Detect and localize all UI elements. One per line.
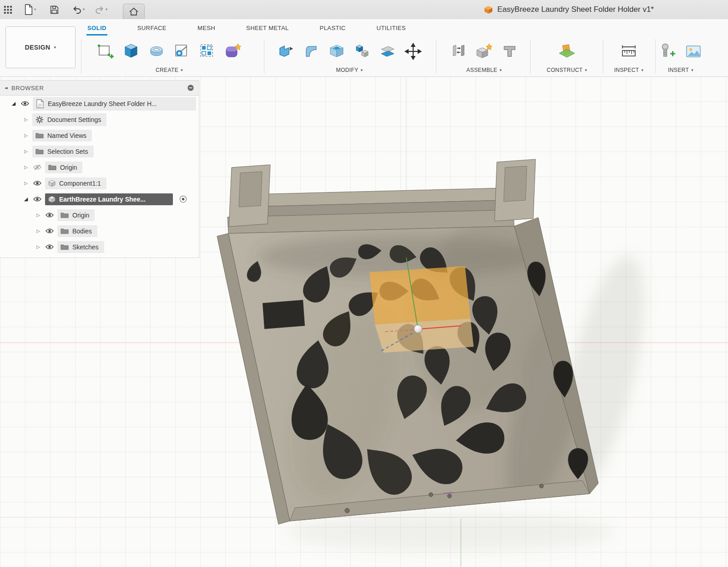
visibility-eye-icon[interactable] <box>32 196 42 202</box>
visibility-eye-icon[interactable] <box>45 244 55 250</box>
sweep-button[interactable] <box>170 39 194 64</box>
app-grid-menu-button[interactable] <box>0 3 16 17</box>
move-copy-button[interactable] <box>401 39 425 64</box>
browser-item[interactable]: Named Views <box>32 130 92 142</box>
expand-arrow-icon[interactable]: ◢ <box>22 196 30 202</box>
group-create: CREATE ▾ <box>85 38 254 75</box>
visibility-eye-icon[interactable] <box>45 228 55 234</box>
save-button[interactable] <box>46 2 63 17</box>
new-component-button[interactable] <box>472 39 496 64</box>
home-icon <box>129 7 139 17</box>
joint-button[interactable] <box>447 39 470 64</box>
shell-button[interactable] <box>325 39 349 64</box>
modify-group-label[interactable]: MODIFY ▾ <box>336 66 363 75</box>
group-label-text: INSERT <box>668 67 689 73</box>
create-form-button[interactable] <box>221 39 245 64</box>
create-sketch-button[interactable] <box>94 39 117 64</box>
home-view-tab[interactable] <box>123 4 145 20</box>
pattern-button[interactable] <box>196 39 219 64</box>
insert-canvas-button[interactable] <box>682 39 705 64</box>
browser-panel-title: BROWSER <box>11 85 182 91</box>
offset-plane-button[interactable] <box>376 39 399 64</box>
visibility-eye-off-icon[interactable] <box>32 164 42 170</box>
expand-arrow-icon[interactable]: ▷ <box>22 133 30 138</box>
combine-icon <box>353 42 371 61</box>
expand-arrow-icon[interactable]: ▷ <box>22 181 30 186</box>
browser-row-sketches[interactable]: ▷ Sketches <box>0 239 199 255</box>
folder-icon <box>61 228 69 234</box>
browser-row-sub-origin[interactable]: ▷ Origin <box>0 207 199 223</box>
extrude-button[interactable] <box>119 39 143 64</box>
file-icon <box>24 4 33 15</box>
visibility-eye-icon[interactable] <box>20 101 30 106</box>
file-menu-button[interactable]: ▾ <box>20 1 40 18</box>
expand-arrow-icon[interactable]: ▷ <box>22 165 30 170</box>
component-cube-icon <box>48 180 56 187</box>
inspect-group-label[interactable]: INSPECT ▾ <box>614 66 644 75</box>
group-label-text: CONSTRUCT <box>547 67 583 73</box>
browser-row-origin[interactable]: ▷ Origin <box>0 159 199 175</box>
activate-component-radio[interactable] <box>179 195 187 203</box>
workspace-selector[interactable]: DESIGN ▾ <box>5 26 76 68</box>
browser-item[interactable]: Origin <box>57 209 95 221</box>
expand-arrow-icon[interactable]: ▷ <box>35 213 42 218</box>
browser-item[interactable]: Document Settings <box>32 113 106 126</box>
browser-item[interactable]: EasyBreeze Laundry Sheet Folder H... <box>33 97 196 111</box>
toolbar-separator <box>436 39 436 74</box>
collapse-panel-icon[interactable]: ◂◂ <box>5 86 7 90</box>
browser-row-component1[interactable]: ▷ Component1:1 <box>0 175 199 191</box>
tab-sheet-metal[interactable]: SHEET METAL <box>245 22 290 35</box>
create-group-label[interactable]: CREATE ▾ <box>156 66 183 75</box>
document-icon <box>36 99 44 108</box>
browser-item[interactable]: Selection Sets <box>32 146 94 157</box>
fillet-button[interactable] <box>299 39 323 64</box>
construct-plane-button[interactable] <box>555 39 579 64</box>
browser-options-icon[interactable] <box>187 84 194 91</box>
browser-row-document-settings[interactable]: ▷ Document Settings <box>0 111 199 127</box>
group-assemble: ASSEMBLE ▾ <box>440 38 528 75</box>
browser-row-named-views[interactable]: ▷ Named Views <box>0 127 199 143</box>
browser-item[interactable]: Bodies <box>57 225 97 237</box>
browser-item[interactable]: Sketches <box>57 241 104 253</box>
browser-row-root[interactable]: ◢ EasyBreeze Laundry Sheet Folder H... <box>0 96 199 111</box>
joint-origin-button[interactable] <box>498 39 521 64</box>
caret-down-icon: ▾ <box>34 8 36 11</box>
browser-item-label: Origin <box>72 212 89 219</box>
combine-button[interactable] <box>350 39 374 64</box>
measure-icon <box>620 42 638 61</box>
expand-arrow-icon[interactable]: ▷ <box>35 244 42 249</box>
browser-item[interactable]: Origin <box>45 162 82 173</box>
browser-row-earthbreeze-component[interactable]: ◢ EarthBreeze Laundry Shee... <box>0 191 199 207</box>
browser-item[interactable]: EarthBreeze Laundry Shee... <box>45 193 173 205</box>
tab-utilities[interactable]: UTILITIES <box>376 22 407 35</box>
press-pull-button[interactable] <box>274 39 298 64</box>
browser-item[interactable]: Component1:1 <box>45 177 106 189</box>
folder-icon <box>48 164 56 171</box>
move-copy-icon <box>404 42 422 61</box>
insert-fastener-button[interactable] <box>656 39 680 64</box>
tab-mesh[interactable]: MESH <box>197 22 216 35</box>
tab-plastic[interactable]: PLASTIC <box>319 22 347 35</box>
assemble-group-label[interactable]: ASSEMBLE ▾ <box>466 66 502 75</box>
undo-button[interactable]: ▾ <box>68 2 88 17</box>
redo-button[interactable]: ▾ <box>91 2 111 17</box>
ribbon-tabs: SOLID SURFACE MESH SHEET METAL PLASTIC U… <box>86 22 407 35</box>
insert-group-label[interactable]: INSERT ▾ <box>668 66 693 75</box>
caret-down-icon: ▾ <box>83 8 85 11</box>
visibility-eye-icon[interactable] <box>45 212 55 218</box>
expand-arrow-icon[interactable]: ▷ <box>22 117 30 122</box>
caret-down-icon: ▾ <box>54 46 56 50</box>
measure-button[interactable] <box>617 39 641 64</box>
browser-row-bodies[interactable]: ▷ Bodies <box>0 223 199 239</box>
visibility-eye-icon[interactable] <box>32 180 42 186</box>
expand-arrow-icon[interactable]: ▷ <box>35 228 42 233</box>
expand-arrow-icon[interactable]: ◢ <box>10 101 17 106</box>
tab-solid[interactable]: SOLID <box>86 22 107 35</box>
construct-group-label[interactable]: CONSTRUCT ▾ <box>547 66 587 75</box>
tab-surface[interactable]: SURFACE <box>136 22 167 35</box>
toolbar-separator <box>530 39 531 74</box>
browser-row-selection-sets[interactable]: ▷ Selection Sets <box>0 143 199 159</box>
expand-arrow-icon[interactable]: ▷ <box>22 149 30 154</box>
sweep-icon <box>173 42 191 61</box>
revolve-button[interactable] <box>145 39 168 64</box>
